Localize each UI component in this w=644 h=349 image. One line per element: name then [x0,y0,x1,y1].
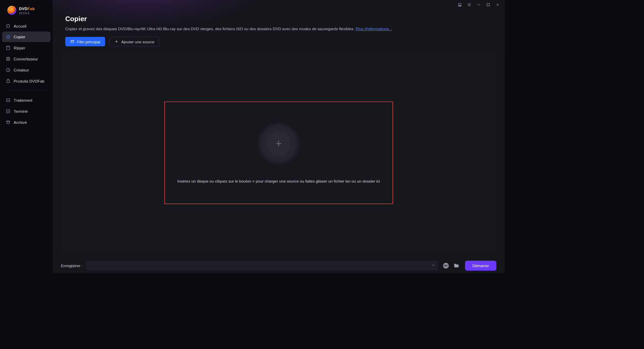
svg-point-9 [6,35,10,39]
sidebar-item-label: Traitement [14,98,33,102]
sidebar-item-archived[interactable]: Archivé [2,117,50,128]
sidebar-item-home[interactable]: Accueil [2,20,50,31]
check-icon [6,109,10,113]
add-source-button[interactable]: Ajouter une source [109,37,159,46]
save-path-dropdown[interactable] [86,261,438,270]
sidebar-item-done[interactable]: Terminé [2,106,50,116]
sidebar-item-label: Archivé [14,120,27,124]
minimize-icon[interactable] [476,2,481,7]
convert-icon [6,57,10,61]
logo-icon [7,6,16,15]
app-switcher-icon[interactable] [458,2,462,7]
footer-bar: Enregistrer : ISO Démarrer [53,258,505,273]
folder-icon [453,263,459,268]
svg-rect-0 [459,3,461,5]
content-area: Insérez un disque ou cliquez sur le bout… [61,53,496,253]
svg-rect-17 [7,121,10,121]
create-icon [6,67,10,72]
add-source-label: Ajouter une source [121,39,155,44]
sidebar-item-copy[interactable]: Copier [2,32,50,42]
page-header: Copier Copiez et gravez des disques DVD/… [53,0,505,53]
sidebar-item-label: Ripper [14,46,25,50]
dropzone-text: Insérez un disque ou cliquez sur le bout… [177,179,380,183]
footer-output-icons: ISO [443,263,459,268]
add-source-circle[interactable] [267,132,291,156]
sidebar-item-creator[interactable]: Créateur [2,65,50,75]
main-panel: Copier Copiez et gravez des disques DVD/… [53,0,505,273]
svg-rect-1 [458,6,461,6]
hamburger-icon[interactable] [467,2,472,7]
archive-icon [6,120,10,124]
dropzone[interactable]: Insérez un disque ou cliquez sur le bout… [164,102,393,204]
svg-rect-6 [487,3,489,6]
sidebar-item-label: Créateur [14,68,29,72]
maximize-icon[interactable] [486,2,490,7]
sidebar-item-label: Produits DVDFab [14,79,44,83]
save-to-label: Enregistrer : [61,263,83,268]
sidebar-item-converter[interactable]: Convertisseur [2,54,50,64]
svg-rect-18 [71,40,73,43]
start-button[interactable]: Démarrer [465,261,496,271]
sidebar: DVDFab 13.0.0.2 Accueil Copier Ripper Co… [0,0,53,273]
svg-rect-11 [7,46,10,50]
iso-output-button[interactable]: ISO [443,263,448,268]
clock-icon [6,98,10,103]
home-icon [6,23,10,28]
rip-icon [6,46,10,50]
sidebar-item-products[interactable]: Produits DVDFab [2,76,50,86]
plus-icon [114,40,119,44]
sidebar-item-processing[interactable]: Traitement [2,95,50,105]
add-circle-halo [258,122,300,164]
sidebar-item-label: Copier [14,35,25,39]
close-icon[interactable] [495,2,500,7]
chevron-down-icon [431,263,435,268]
sidebar-item-ripper[interactable]: Ripper [2,43,50,53]
iso-icon: ISO [443,263,448,268]
start-label: Démarrer [472,263,489,268]
plus-icon [275,140,283,148]
sidebar-separator [5,91,47,91]
main-movie-label: Film principal [77,39,100,44]
app-logo: DVDFab 13.0.0.2 [0,4,53,20]
movie-icon [70,40,74,44]
bag-icon [6,79,10,83]
main-movie-button[interactable]: Film principal [65,37,105,46]
app-version: 13.0.0.2 [19,11,35,14]
brand-name: DVDFab [19,6,35,10]
toolbar: Film principal Ajouter une source [65,37,492,53]
window-controls [453,0,505,9]
svg-rect-13 [7,57,10,60]
svg-point-10 [8,36,9,37]
sidebar-item-label: Terminé [14,109,28,113]
more-info-link[interactable]: Plus d'informations... [356,27,392,31]
page-title: Copier [65,15,492,23]
folder-output-button[interactable] [453,263,459,268]
disc-icon [6,35,10,39]
sidebar-item-label: Convertisseur [14,57,38,61]
svg-rect-16 [7,110,10,113]
sidebar-item-label: Accueil [14,23,26,28]
page-description: Copiez et gravez des disques DVD/Blu-ray… [65,27,492,31]
